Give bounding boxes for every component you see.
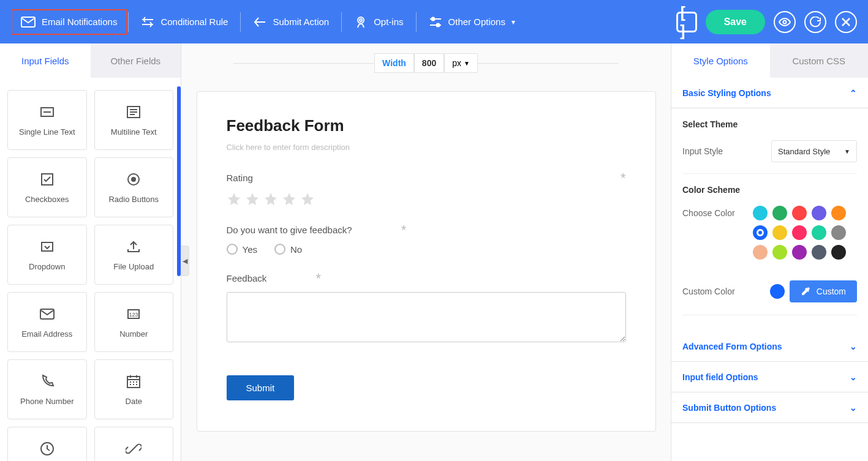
color-swatch[interactable] xyxy=(772,225,787,240)
sliders-icon xyxy=(429,15,442,29)
accordion-submit-button[interactable]: Submit Button Options ⌄ xyxy=(671,392,868,423)
color-swatch[interactable] xyxy=(772,245,787,260)
collapse-left-panel[interactable]: ◀ xyxy=(181,245,189,276)
svg-point-10 xyxy=(132,178,135,181)
mail-icon xyxy=(21,17,36,28)
field-card-link[interactable]: URL xyxy=(94,427,174,461)
input-style-select[interactable]: Standard Style ▼ xyxy=(771,140,857,162)
right-panel: Style Options Custom CSS Basic Styling O… xyxy=(671,43,868,461)
nav-conditional-rule-label: Conditional Rule xyxy=(160,17,228,27)
color-swatch[interactable] xyxy=(753,225,768,240)
accordion-input-field[interactable]: Input field Options ⌄ xyxy=(671,362,868,392)
field-card-checkbox[interactable]: Checkboxes xyxy=(7,157,87,217)
number-icon: 123 xyxy=(126,306,142,322)
radio-yes[interactable]: Yes xyxy=(227,244,257,255)
field-card-dropdown[interactable]: Dropdown xyxy=(7,225,87,285)
feedback-text-field[interactable]: Feedback * xyxy=(227,273,626,345)
accordion-input-field-label: Input field Options xyxy=(682,372,758,382)
nav-submit-action[interactable]: Submit Action xyxy=(242,9,340,36)
rating-label: Rating xyxy=(227,173,253,183)
close-button[interactable] xyxy=(835,11,857,33)
tab-other-fields[interactable]: Other Fields xyxy=(91,43,181,78)
width-value-input[interactable]: 800 xyxy=(414,53,444,73)
color-swatch[interactable] xyxy=(753,245,768,260)
refresh-button[interactable] xyxy=(804,11,826,33)
field-card-radio[interactable]: Radio Buttons xyxy=(94,157,174,217)
color-swatch[interactable] xyxy=(812,225,826,240)
field-card-upload[interactable]: File Upload xyxy=(94,225,174,285)
field-card-mail[interactable]: Email Address xyxy=(7,292,87,352)
refresh-icon xyxy=(810,17,821,28)
field-card-single-line[interactable]: Single Line Text xyxy=(7,90,87,150)
input-style-label: Input Style xyxy=(682,146,723,156)
field-card-phone[interactable]: Phone Number xyxy=(7,359,87,419)
feedback-question-field[interactable]: Do you want to give feedback? * Yes No xyxy=(227,225,626,255)
form-title[interactable]: Feedback Form xyxy=(227,116,626,135)
code-brackets-button[interactable]: [ ] xyxy=(676,12,697,32)
save-button[interactable]: Save xyxy=(706,10,765,34)
width-unit-label: px xyxy=(452,58,461,68)
required-mark: * xyxy=(291,275,321,282)
color-swatch[interactable] xyxy=(772,206,787,220)
nav-other-options-label: Other Options xyxy=(448,17,505,27)
tab-input-fields[interactable]: Input Fields xyxy=(0,43,91,78)
accordion-advanced-form[interactable]: Advanced Form Options ⌄ xyxy=(671,331,868,362)
nav-optins[interactable]: Opt-ins xyxy=(343,9,414,36)
color-swatch[interactable] xyxy=(812,245,826,260)
color-swatch[interactable] xyxy=(831,245,846,260)
rating-stars[interactable] xyxy=(227,192,626,206)
tab-custom-css[interactable]: Custom CSS xyxy=(770,43,869,78)
feedback-label: Feedback xyxy=(227,273,267,283)
form-description[interactable]: Click here to enter form description xyxy=(227,143,626,152)
top-toolbar: Email Notifications Conditional Rule Sub… xyxy=(0,0,868,43)
chevron-left-icon: ◀ xyxy=(183,257,187,265)
color-swatch[interactable] xyxy=(812,206,826,220)
nav-other-options[interactable]: Other Options ▾ xyxy=(418,9,526,36)
color-swatch[interactable] xyxy=(792,245,807,260)
field-card-multiline[interactable]: Multiline Text xyxy=(94,90,174,150)
color-swatch[interactable] xyxy=(831,206,846,220)
dropdown-icon xyxy=(39,239,55,255)
radio-no[interactable]: No xyxy=(274,244,302,255)
feedback-textarea[interactable] xyxy=(227,292,626,342)
field-card-label: Multiline Text xyxy=(111,127,157,137)
optin-icon xyxy=(354,15,368,29)
form-canvas-area: Width 800 px ▼ Feedback Form Click here … xyxy=(181,43,671,461)
color-swatch[interactable] xyxy=(792,225,807,240)
custom-color-button[interactable]: Custom xyxy=(790,280,857,302)
color-swatch[interactable] xyxy=(831,225,846,240)
color-scheme-heading: Color Scheme xyxy=(682,185,857,195)
radio-circle-icon xyxy=(274,244,285,255)
accordion-basic-styling[interactable]: Basic Styling Options ⌃ xyxy=(671,78,868,108)
nav-conditional-rule[interactable]: Conditional Rule xyxy=(130,9,239,36)
left-panel: Input Fields Other Fields Single Line Te… xyxy=(0,43,181,461)
field-card-date[interactable]: Date xyxy=(94,359,174,419)
svg-point-3 xyxy=(431,17,434,20)
tab-style-options[interactable]: Style Options xyxy=(671,43,770,78)
star-icon xyxy=(282,192,296,206)
custom-color-preview[interactable] xyxy=(770,284,785,299)
preview-button[interactable] xyxy=(774,11,796,33)
nav-email-notifications[interactable]: Email Notifications xyxy=(11,9,127,35)
upload-icon xyxy=(126,239,142,255)
field-card-clock[interactable]: Time xyxy=(7,427,87,461)
submit-button[interactable]: Submit xyxy=(227,375,295,400)
field-card-label: Date xyxy=(126,397,142,406)
field-card-label: Single Line Text xyxy=(19,127,75,137)
feedback-question-label: Do you want to give feedback? xyxy=(227,225,352,235)
field-card-number[interactable]: 123Number xyxy=(94,292,174,352)
nav-optins-label: Opt-ins xyxy=(374,17,403,27)
separator xyxy=(128,12,129,32)
clock-icon xyxy=(39,441,55,457)
custom-color-label: Custom Color xyxy=(682,287,735,296)
width-unit-select[interactable]: px ▼ xyxy=(444,53,478,73)
chevron-up-icon: ⌃ xyxy=(850,88,857,98)
chevron-down-icon: ⌄ xyxy=(850,372,857,382)
field-card-label: Dropdown xyxy=(29,262,65,271)
field-card-label: Number xyxy=(119,329,148,339)
svg-text:123: 123 xyxy=(129,312,138,318)
color-swatch[interactable] xyxy=(753,206,768,220)
rating-field[interactable]: Rating * xyxy=(227,173,626,206)
color-swatch[interactable] xyxy=(792,206,807,220)
eye-icon xyxy=(779,18,791,26)
